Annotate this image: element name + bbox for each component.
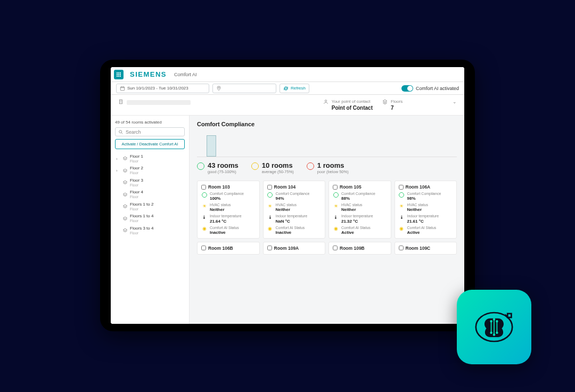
room-card-header: Room 109C xyxy=(399,246,453,251)
room-name: Room 103 xyxy=(208,184,230,190)
ai-status-icon: ◉ xyxy=(399,226,405,232)
room-checkbox[interactable] xyxy=(399,185,404,190)
layers-icon xyxy=(122,192,128,198)
metric-ai: ◉Comfort AI StatusActive xyxy=(333,226,387,235)
location-filter[interactable] xyxy=(212,84,276,93)
stat-label: poor (below 50%) xyxy=(317,169,349,174)
floor-name: Floor 2 xyxy=(130,166,143,171)
sidebar-floor-item[interactable]: › Floor 2Floor xyxy=(115,165,185,176)
metric-hvac: ☀HVAC statusNeither xyxy=(201,203,256,212)
comfort-ai-toggle-wrap: Comfort AI activated xyxy=(401,85,459,92)
hvac-icon: ☀ xyxy=(399,203,405,209)
stat-label: average (50-75%) xyxy=(262,169,294,174)
ai-status-icon: ◉ xyxy=(267,226,273,232)
room-card-header: Room 109B xyxy=(333,246,387,251)
thermometer-icon: 🌡 xyxy=(267,214,273,220)
room-checkbox[interactable] xyxy=(333,246,338,250)
room-name: Room 106A xyxy=(406,184,431,190)
sidebar-floor-item[interactable]: Floors 1 to 4Floor xyxy=(115,213,185,224)
face-icon xyxy=(399,192,404,198)
stat-count: 10 rooms xyxy=(262,161,294,169)
app-launcher-button[interactable] xyxy=(114,70,124,79)
svg-point-1 xyxy=(218,87,219,88)
stat-good: 43 roomsgood (75-100%) xyxy=(197,161,239,174)
floors-info[interactable]: Floors 7 ⌄ xyxy=(382,99,457,111)
floor-sub: Floor xyxy=(130,207,153,211)
room-checkbox[interactable] xyxy=(399,246,404,250)
svg-point-7 xyxy=(494,318,495,320)
thermometer-icon: 🌡 xyxy=(399,214,405,220)
svg-point-10 xyxy=(490,332,492,333)
sidebar-floor-item[interactable]: Floors 1 to 2Floor xyxy=(115,201,185,213)
floor-name: Floors 1 to 4 xyxy=(130,214,153,219)
room-card-header: Room 103 xyxy=(201,184,256,190)
face-icon xyxy=(333,192,339,198)
metric-temp: 🌡Indoor temperature21.64 °C xyxy=(201,214,256,223)
room-card[interactable]: Room 105 Comfort Compliance88% ☀HVAC sta… xyxy=(328,181,391,239)
room-card[interactable]: Room 109B xyxy=(328,242,391,255)
room-name: Room 105 xyxy=(340,184,362,190)
chevron-right-icon: › xyxy=(116,168,120,173)
calendar-icon xyxy=(120,86,125,91)
room-name: Room 104 xyxy=(274,184,296,190)
layers-icon xyxy=(122,156,128,161)
tablet-frame: SIEMENS Comfort AI Sun 10/1/2023 - Tue 1… xyxy=(100,60,475,331)
metric-compliance: Comfort Compliance88% xyxy=(333,192,387,201)
sidebar-floor-item[interactable]: Floor 3Floor xyxy=(115,177,185,189)
room-card-header: Room 106B xyxy=(201,246,256,251)
search-placeholder: Search xyxy=(126,129,141,135)
stat-count: 1 rooms xyxy=(317,161,349,169)
comfort-ai-toggle[interactable] xyxy=(401,85,413,92)
ai-status-icon: ◉ xyxy=(201,226,207,232)
room-card[interactable]: Room 106B xyxy=(197,242,260,255)
floor-sub: Floor xyxy=(130,159,143,164)
chart-bar xyxy=(207,135,216,157)
room-name: Room 109A xyxy=(274,246,299,251)
face-icon-avg xyxy=(251,162,259,170)
rooms-activated-count: 49 of 54 rooms activated xyxy=(115,120,185,125)
activate-deactivate-button[interactable]: Activate / Deactivate Comfort AI xyxy=(115,139,185,149)
metric-temp: 🌡Indoor temperature21.32 °C xyxy=(333,214,387,223)
sidebar-floor-item[interactable]: › Floor 1Floor xyxy=(115,153,185,165)
sidebar: 49 of 54 rooms activated Search Activate… xyxy=(111,116,190,324)
info-bar: Your point of contact Point of Contact F… xyxy=(111,95,464,116)
comfort-ai-toggle-label: Comfort AI activated xyxy=(416,86,459,91)
room-checkbox[interactable] xyxy=(333,185,338,190)
room-checkbox[interactable] xyxy=(267,246,272,250)
floor-name: Floor 4 xyxy=(130,190,143,195)
floor-sub: Floor xyxy=(130,183,143,187)
search-input[interactable]: Search xyxy=(115,127,185,136)
metric-temp: 🌡Indoor temperatureNaN °C xyxy=(267,214,322,223)
room-checkbox[interactable] xyxy=(267,185,272,190)
room-checkbox[interactable] xyxy=(201,246,206,250)
layers-icon xyxy=(122,216,128,222)
room-card[interactable]: Room 104 Comfort Compliance94% ☀HVAC sta… xyxy=(263,181,326,239)
hvac-icon: ☀ xyxy=(267,203,273,209)
metric-compliance: Comfort Compliance100% xyxy=(201,192,256,201)
date-range-picker[interactable]: Sun 10/1/2023 - Tue 10/31/2023 xyxy=(116,84,209,93)
svg-point-8 xyxy=(494,334,495,336)
floors-value: 7 xyxy=(391,105,449,111)
thermometer-icon: 🌡 xyxy=(201,214,207,220)
metric-hvac: ☀HVAC statusNeither xyxy=(267,203,322,212)
building-name-redacted xyxy=(127,100,191,105)
floor-name: Floors 3 to 4 xyxy=(130,226,153,231)
refresh-button[interactable]: Refresh xyxy=(280,84,309,93)
app-screen: SIEMENS Comfort AI Sun 10/1/2023 - Tue 1… xyxy=(111,67,464,324)
hvac-icon: ☀ xyxy=(201,203,207,209)
chevron-right-icon: › xyxy=(116,157,120,161)
room-checkbox[interactable] xyxy=(201,185,206,190)
hvac-icon: ☀ xyxy=(333,203,339,209)
room-name: Room 109B xyxy=(340,246,365,251)
face-icon xyxy=(267,192,273,198)
room-card[interactable]: Room 103 Comfort Compliance100% ☀HVAC st… xyxy=(197,181,260,239)
room-card[interactable]: Room 106A Comfort Compliance98% ☀HVAC st… xyxy=(395,181,457,239)
metric-hvac: ☀HVAC statusNeither xyxy=(333,203,387,212)
room-card[interactable]: Room 109A xyxy=(263,242,326,255)
room-name: Room 109C xyxy=(406,246,431,251)
metric-compliance: Comfort Compliance94% xyxy=(267,192,322,201)
sidebar-floor-item[interactable]: Floor 4Floor xyxy=(115,189,185,200)
ai-app-badge xyxy=(457,290,531,364)
room-card[interactable]: Room 109C xyxy=(395,242,457,255)
sidebar-floor-item[interactable]: Floors 3 to 4Floor xyxy=(115,225,185,236)
